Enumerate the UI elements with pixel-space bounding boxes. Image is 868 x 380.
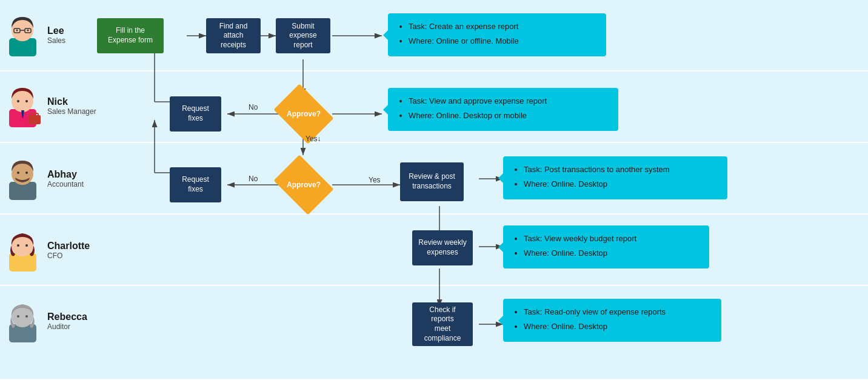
svg-point-25 [27,30,29,32]
submit-report-box[interactable]: Submitexpense report [276,18,330,53]
avatar-rebecca [3,297,42,345]
person-charlotte-info: Charlotte CFO [47,241,90,260]
callout-charlotte-task: Task: View weekly budget report [524,233,699,245]
svg-point-44 [25,315,28,318]
person-abhay-info: Abhay Accountant [47,169,84,188]
person-abhay: Abhay Accountant [3,155,84,203]
callout-rebecca-task: Task: Read-only view of expense reports [524,306,712,318]
svg-point-35 [17,172,19,174]
find-receipts-box[interactable]: Find andattach receipts [206,18,261,53]
person-abhay-role: Accountant [47,180,84,188]
person-nick-info: Nick Sales Manager [47,96,96,116]
person-charlotte-role: CFO [47,252,90,260]
callout-charlotte: Task: View weekly budget report Where: O… [503,225,709,268]
person-charlotte: Charlotte CFO [3,226,90,275]
callout-abhay-where: Where: Online. Desktop [524,178,718,190]
person-abhay-name: Abhay [47,169,84,180]
callout-abhay: Task: Post transactions to another syste… [503,156,727,199]
yes-label-nick: Yes↓ [305,135,321,143]
svg-point-39 [17,244,19,247]
request-fixes-abhay-box[interactable]: Requestfixes [170,167,221,202]
person-lee: Lee Sales [3,11,65,59]
svg-point-43 [17,315,19,318]
avatar-lee [3,11,42,59]
callout-nick-task: Task: View and approve expense report [409,95,609,107]
callout-lee-task: Task: Create an expense report [409,21,596,33]
no-label-nick: No [249,103,258,112]
person-charlotte-name: Charlotte [47,241,90,252]
svg-point-36 [25,172,28,174]
approve-diamond-nick[interactable]: Approve? [276,93,331,135]
person-lee-info: Lee Sales [47,25,65,45]
person-rebecca-name: Rebecca [47,312,87,322]
person-nick-role: Sales Manager [47,107,96,116]
svg-point-30 [17,100,19,102]
no-label-abhay: No [249,175,258,183]
person-rebecca-info: Rebecca Auditor [47,312,87,331]
avatar-abhay [3,155,42,203]
approve-diamond-abhay[interactable]: Approve? [276,164,331,206]
avatar-nick [3,82,42,130]
diagram: Lee Sales Fill in the Expense form Find … [0,0,868,380]
avatar-charlotte [3,226,42,275]
person-nick: Nick Sales Manager [3,82,96,130]
svg-point-40 [25,244,28,247]
yes-label-abhay: Yes [369,176,381,184]
request-fixes-nick-box[interactable]: Requestfixes [170,96,221,132]
callout-abhay-task: Task: Post transactions to another syste… [524,164,718,176]
callout-nick: Task: View and approve expense report Wh… [388,88,618,131]
callout-charlotte-where: Where: Online. Desktop [524,247,699,259]
person-rebecca-role: Auditor [47,322,87,331]
svg-point-24 [16,30,18,32]
person-lee-name: Lee [47,25,65,36]
callout-rebecca: Task: Read-only view of expense reports … [503,299,721,342]
person-rebecca: Rebecca Auditor [3,297,87,345]
review-post-box[interactable]: Review & posttransactions [400,162,464,201]
review-weekly-box[interactable]: Review weeklyexpenses [412,230,473,265]
check-compliance-box[interactable]: Check ifreportsmeetcompliance [412,302,473,346]
person-lee-role: Sales [47,36,65,45]
callout-nick-where: Where: Online. Desktop or mobile [409,110,609,122]
callout-lee-where: Where: Online or offline. Mobile [409,35,596,47]
fill-expense-box[interactable]: Fill in the Expense form [97,18,164,53]
approve-abhay-label: Approve? [287,181,321,189]
callout-rebecca-where: Where: Online. Desktop [524,321,712,333]
person-nick-name: Nick [47,96,96,107]
callout-lee: Task: Create an expense report Where: On… [388,13,606,56]
approve-nick-label: Approve? [287,110,321,118]
svg-point-31 [25,100,28,102]
